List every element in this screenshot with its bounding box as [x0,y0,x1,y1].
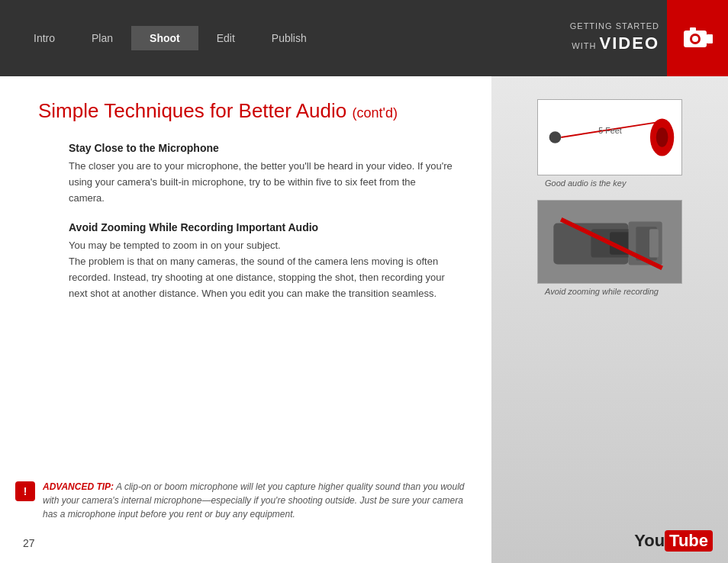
nav-publish[interactable]: Publish [253,26,325,50]
section-body-zooming: You may be tempted to zoom in on your su… [69,238,453,301]
youtube-logo: YouTube [634,530,713,552]
mic-distance-svg: 5 Feet [538,100,681,175]
camera-icon [681,21,714,55]
illus-zoom-wrapper: Avoid zooming while recording [507,200,713,296]
nav-intro[interactable]: Intro [15,26,73,50]
section-zooming: Avoid Zooming While Recording Important … [38,221,453,301]
illus2-caption: Avoid zooming while recording [537,287,682,296]
section-heading-zooming: Avoid Zooming While Recording Important … [69,221,453,233]
illus-microphone-wrapper: 5 Feet Good audio is the key [507,99,713,188]
brand-text: GETTING STARTED WITH VIDEO [570,21,667,56]
brand-getting: GETTING STARTED [570,21,659,32]
youtube-icon-box [667,0,728,76]
yt-tube: Tube [665,530,713,552]
svg-text:5 Feet: 5 Feet [598,126,622,135]
svg-rect-4 [690,27,696,31]
zoom-svg [538,201,681,283]
illus-zoom-box [537,200,682,284]
sidebar: 5 Feet Good audio is the key [491,76,728,563]
nav-shoot[interactable]: Shoot [131,26,198,50]
brand-with: WITH [572,41,596,50]
svg-point-2 [692,36,698,42]
brand: GETTING STARTED WITH VIDEO [570,0,728,76]
section-microphone: Stay Close to the Microphone The closer … [38,142,453,206]
tip-icon: ! [15,481,35,501]
section-heading-microphone: Stay Close to the Microphone [69,142,453,154]
nav-edit[interactable]: Edit [198,26,253,50]
page-title: Simple Techniques for Better Audio (cont… [38,99,453,123]
svg-rect-3 [707,34,713,43]
header: Intro Plan Shoot Edit Publish GETTING ST… [0,0,728,76]
tip-label: ADVANCED TIP: [43,481,114,492]
brand-video: VIDEO [600,34,659,53]
content-area: Simple Techniques for Better Audio (cont… [0,76,491,563]
illus1-caption: Good audio is the key [537,179,682,188]
svg-rect-18 [649,229,659,257]
illus-microphone-box: 5 Feet [537,99,682,175]
advanced-tip: ! ADVANCED TIP: A clip-on or boom microp… [15,480,476,521]
tip-text: ADVANCED TIP: A clip-on or boom micropho… [43,480,476,521]
main-layout: Simple Techniques for Better Audio (cont… [0,76,728,563]
svg-point-6 [549,131,562,143]
page-number: 27 [23,537,35,549]
yt-you: You [634,531,665,551]
page-title-contd: (cont'd) [352,105,397,121]
svg-point-10 [656,127,668,146]
section-body-microphone: The closer you are to your microphone, t… [69,159,453,206]
nav-plan[interactable]: Plan [73,26,131,50]
